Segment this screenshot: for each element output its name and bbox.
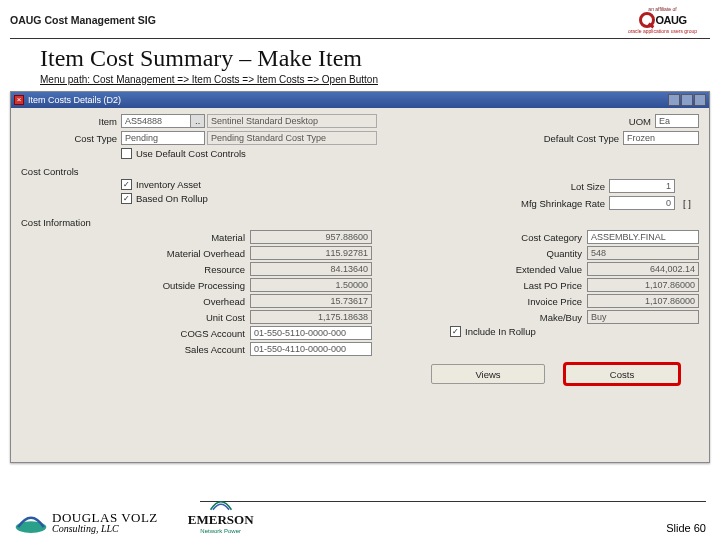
lot-size-field[interactable]: 1 xyxy=(609,179,675,193)
resource-label: Resource xyxy=(204,264,250,275)
use-default-controls-label: Use Default Cost Controls xyxy=(136,148,246,159)
default-cost-type-label: Default Cost Type xyxy=(544,133,623,144)
use-default-controls-checkbox[interactable] xyxy=(121,148,132,159)
make-buy-label: Make/Buy xyxy=(540,312,587,323)
invoice-price-label: Invoice Price xyxy=(528,296,587,307)
cogs-account-label: COGS Account xyxy=(181,328,250,339)
flexfield-button[interactable]: [ ] xyxy=(675,198,699,209)
cogs-account-field[interactable]: 01-550-5110-0000-000 xyxy=(250,326,372,340)
shrinkage-label: Mfg Shrinkage Rate xyxy=(521,198,609,209)
overhead-value: 15.73617 xyxy=(250,294,372,308)
resource-value: 84.13640 xyxy=(250,262,372,276)
sales-account-label: Sales Account xyxy=(185,344,250,355)
cost-type-field[interactable]: Pending xyxy=(121,131,205,145)
uom-label: UOM xyxy=(629,116,655,127)
uom-field[interactable]: Ea xyxy=(655,114,699,128)
last-po-label: Last PO Price xyxy=(523,280,587,291)
material-overhead-value: 115.92781 xyxy=(250,246,372,260)
include-in-rollup-label: Include In Rollup xyxy=(465,326,536,337)
window-title: Item Costs Details (D2) xyxy=(28,95,121,105)
quantity-value: 548 xyxy=(587,246,699,260)
material-label: Material xyxy=(211,232,250,243)
dv-icon xyxy=(14,510,48,534)
default-cost-type-field[interactable]: Frozen xyxy=(623,131,699,145)
quantity-label: Quantity xyxy=(547,248,587,259)
based-on-rollup-checkbox[interactable]: ✓ xyxy=(121,193,132,204)
sales-account-field[interactable]: 01-550-4110-0000-000 xyxy=(250,342,372,356)
cost-type-label: Cost Type xyxy=(21,133,121,144)
cost-category-label: Cost Category xyxy=(521,232,587,243)
page-title: Item Cost Summary – Make Item xyxy=(40,45,720,72)
inventory-asset-label: Inventory Asset xyxy=(136,179,201,190)
material-value: 957.88600 xyxy=(250,230,372,244)
cost-controls-section: Cost Controls xyxy=(21,166,699,177)
window-titlebar: × Item Costs Details (D2) xyxy=(11,92,709,108)
unit-cost-label: Unit Cost xyxy=(206,312,250,323)
oaug-q-icon xyxy=(639,12,655,28)
unit-cost-value: 1,175.18638 xyxy=(250,310,372,324)
window-close-icon[interactable] xyxy=(694,94,706,106)
slide-header: OAUG Cost Management SIG xyxy=(10,14,156,26)
make-buy-value: Buy xyxy=(587,310,699,324)
material-overhead-label: Material Overhead xyxy=(167,248,250,259)
emerson-icon xyxy=(209,498,233,512)
include-in-rollup-checkbox[interactable]: ✓ xyxy=(450,326,461,337)
osp-value: 1.50000 xyxy=(250,278,372,292)
inventory-asset-checkbox[interactable]: ✓ xyxy=(121,179,132,190)
oaug-logo: an affiliate of OAUG oracle applications… xyxy=(615,4,710,36)
invoice-price-value: 1,107.86000 xyxy=(587,294,699,308)
douglas-volz-logo: DOUGLAS VOLZConsulting, LLC xyxy=(14,510,158,534)
cost-type-desc: Pending Standard Cost Type xyxy=(207,131,377,145)
based-on-rollup-label: Based On Rollup xyxy=(136,193,208,204)
item-field[interactable]: AS54888 xyxy=(121,114,191,128)
extended-value: 644,002.14 xyxy=(587,262,699,276)
last-po-value: 1,107.86000 xyxy=(587,278,699,292)
lot-size-label: Lot Size xyxy=(571,181,609,192)
costs-button[interactable]: Costs xyxy=(565,364,679,384)
osp-label: Outside Processing xyxy=(163,280,250,291)
overhead-label: Overhead xyxy=(203,296,250,307)
views-button[interactable]: Views xyxy=(431,364,545,384)
close-icon[interactable]: × xyxy=(14,95,24,105)
minimize-icon[interactable] xyxy=(668,94,680,106)
slide-number: Slide 60 xyxy=(666,522,706,534)
emerson-logo: EMERSON Network Power xyxy=(188,498,254,534)
extended-value-label: Extended Value xyxy=(516,264,587,275)
app-window: × Item Costs Details (D2) Item AS54888 ‥… xyxy=(10,91,710,463)
item-label: Item xyxy=(21,116,121,127)
item-lov-icon[interactable]: ‥ xyxy=(191,114,205,128)
maximize-icon[interactable] xyxy=(681,94,693,106)
breadcrumb: Menu path: Cost Management => Item Costs… xyxy=(40,74,720,85)
cost-info-section: Cost Information xyxy=(21,217,699,228)
cost-category-field[interactable]: ASSEMBLY.FINAL xyxy=(587,230,699,244)
shrinkage-field[interactable]: 0 xyxy=(609,196,675,210)
item-desc: Sentinel Standard Desktop xyxy=(207,114,377,128)
